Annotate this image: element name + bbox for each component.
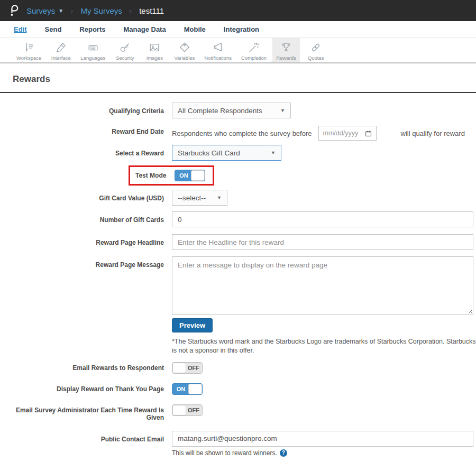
toggle-knob: [188, 384, 202, 394]
starbucks-disclaimer-text: *The Starbucks word mark and the Starbuc…: [172, 337, 476, 355]
toolbar-item-label: Languages: [80, 55, 105, 61]
reward-page-message-label: Reward Page Message: [0, 256, 164, 269]
tab-manage-data[interactable]: Manage Data: [123, 25, 166, 33]
toggle-state-label: ON: [172, 386, 189, 392]
rewards-page: Rewards Qualifying Criteria All Complete…: [0, 63, 476, 462]
number-of-gift-cards-label: Number of Gift Cards: [0, 211, 164, 224]
toggle-state-label: ON: [175, 172, 192, 179]
reward-page-message-textarea[interactable]: [172, 256, 473, 315]
toolbar-item-rewards[interactable]: Rewards: [272, 38, 300, 62]
questionpro-logo-icon[interactable]: [7, 4, 21, 17]
toolbar-item-label: Images: [147, 55, 163, 61]
selected-value: All Complete Respondents: [178, 107, 262, 115]
test-mode-label: Test Mode: [135, 172, 166, 179]
breadcrumb-my-surveys[interactable]: My Surveys: [80, 6, 122, 15]
tab-mobile[interactable]: Mobile: [184, 25, 206, 33]
help-icon[interactable]: ?: [280, 449, 287, 457]
toolbar-item-label: Completion: [241, 55, 267, 61]
breadcrumb-separator: ›: [71, 7, 73, 15]
breadcrumb-surveys[interactable]: Surveys ▼: [26, 6, 63, 15]
toolbar-item-security[interactable]: Security: [111, 38, 139, 62]
toolbar-item-label: Variables: [174, 55, 195, 61]
toolbar-item-label: Rewards: [276, 55, 296, 61]
public-contact-email-input[interactable]: [172, 431, 473, 447]
email-rewards-toggle[interactable]: OFF: [172, 362, 203, 374]
toolbar-item-label: Workspace: [16, 55, 41, 61]
toolbar-item-workspace[interactable]: Workspace: [13, 38, 45, 62]
megaphone-icon: [212, 42, 224, 53]
toolbar-item-variables[interactable]: Variables: [170, 38, 198, 62]
reward-end-date-label: Reward End Date: [0, 124, 164, 135]
toggle-knob: [191, 170, 205, 181]
selected-value: --select--: [178, 194, 206, 202]
preview-button[interactable]: Preview: [172, 318, 213, 332]
tag-icon: [179, 42, 190, 53]
breadcrumb-surveys-label: Surveys: [26, 6, 55, 15]
breadcrumb-survey-name: test111: [139, 6, 164, 15]
test-mode-toggle[interactable]: ON: [175, 170, 205, 181]
toggle-state-label: OFF: [185, 365, 202, 371]
toolbar-item-label: Interface: [51, 55, 71, 61]
email-admin-label: Email Survey Administrator Each Time Rew…: [0, 404, 164, 421]
toggle-state-label: OFF: [185, 407, 202, 413]
reward-end-date-input[interactable]: mm/dd/yyyy: [318, 126, 377, 141]
trophy-icon: [280, 42, 292, 53]
email-rewards-label: Email Rewards to Respondent: [0, 362, 164, 372]
tab-reports[interactable]: Reports: [79, 25, 105, 33]
qualifying-criteria-select[interactable]: All Complete Respondents ▼: [172, 103, 291, 118]
toggle-knob: [172, 405, 186, 415]
pen-list-icon: [23, 42, 35, 53]
toolbar-item-label: Notifications: [204, 55, 232, 61]
tab-send[interactable]: Send: [45, 25, 62, 33]
date-placeholder: mm/dd/yyyy: [323, 130, 359, 137]
toolbar-item-label: Quotas: [308, 55, 324, 61]
reward-end-date-prefix: Respondents who complete the survey befo…: [172, 130, 312, 137]
number-of-gift-cards-input[interactable]: [172, 211, 473, 227]
display-reward-toggle[interactable]: ON: [172, 383, 203, 395]
rewards-form: Qualifying Criteria All Complete Respond…: [0, 93, 476, 462]
select-reward-select[interactable]: Starbucks Gift Card ▼: [172, 145, 281, 161]
toolbar-item-notifications[interactable]: Notifications: [200, 38, 235, 62]
selected-value: Starbucks Gift Card: [178, 149, 240, 157]
chevron-down-icon: ▼: [217, 195, 222, 200]
toolbar-item-completion[interactable]: Completion: [237, 38, 270, 62]
test-mode-highlight-box: Test Mode ON: [129, 165, 214, 186]
keyboard-icon: [87, 42, 99, 53]
reward-page-headline-input[interactable]: [172, 234, 473, 250]
reward-page-headline-label: Reward Page Headline: [0, 234, 164, 246]
chevron-down-icon: ▼: [280, 108, 285, 113]
toolbar-item-images[interactable]: Images: [141, 38, 168, 62]
gift-card-value-select[interactable]: --select-- ▼: [172, 190, 227, 206]
calendar-icon: [365, 130, 372, 137]
toggle-knob: [172, 363, 186, 373]
top-header-bar: Surveys ▼ › My Surveys › test111: [0, 0, 476, 21]
toolbar-item-quotas[interactable]: Quotas: [302, 38, 329, 62]
chevron-down-icon: ▼: [58, 8, 63, 14]
toolbar-item-languages[interactable]: Languages: [77, 38, 109, 62]
toolbar-item-label: Security: [116, 55, 134, 61]
chain-link-icon: [310, 42, 322, 53]
key-icon: [119, 42, 131, 53]
email-admin-toggle[interactable]: OFF: [172, 404, 203, 416]
chevron-down-icon: ▼: [271, 150, 276, 155]
select-reward-label: Select a Reward: [0, 145, 164, 157]
edit-toolbar: Workspace Interface Languages Security I…: [0, 38, 476, 63]
image-icon: [149, 42, 160, 53]
reward-end-date-suffix: will qualify for reward: [401, 130, 465, 137]
tab-navigation: Edit Send Reports Manage Data Mobile Int…: [0, 21, 476, 38]
gift-card-value-label: Gift Card Value (USD): [0, 190, 164, 202]
breadcrumb-separator: ›: [130, 7, 132, 15]
display-reward-label: Display Reward on Thank You Page: [0, 383, 164, 393]
tab-integration[interactable]: Integration: [224, 25, 259, 33]
public-contact-email-label: Public Contact Email: [0, 431, 164, 443]
pen-icon: [55, 42, 67, 53]
public-email-helper-text: This will be shown to reward winners.: [172, 449, 277, 457]
magic-wand-icon: [248, 42, 260, 53]
tab-edit[interactable]: Edit: [14, 25, 27, 33]
toolbar-item-interface[interactable]: Interface: [47, 38, 75, 62]
page-title: Rewards: [13, 74, 476, 85]
qualifying-criteria-label: Qualifying Criteria: [0, 103, 164, 115]
